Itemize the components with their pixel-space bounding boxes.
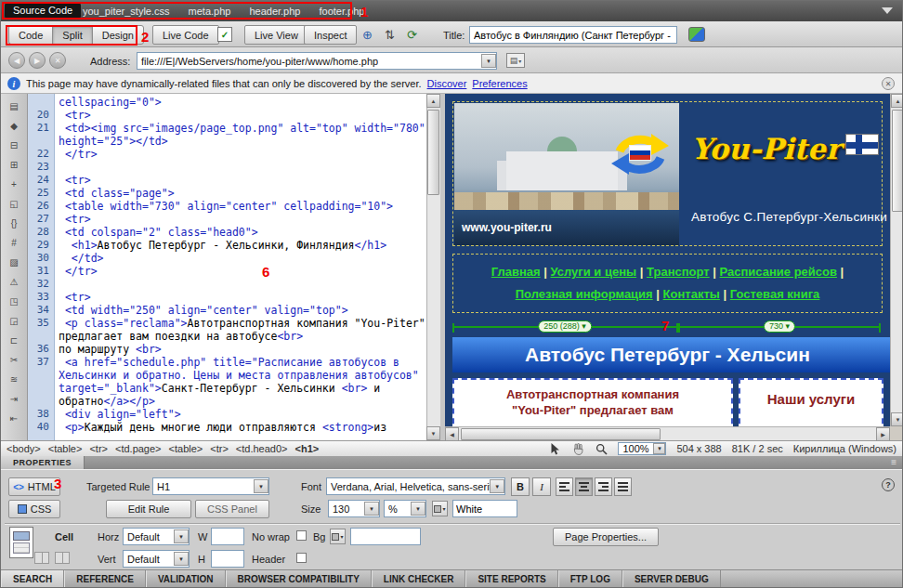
bold-button[interactable]: B <box>511 477 530 496</box>
address-input[interactable]: file:///E|/WebServers/home/you-piter/www… <box>137 52 497 70</box>
expand-all-icon[interactable]: + <box>6 176 22 191</box>
file-management-icon[interactable]: ⇅ <box>382 27 398 43</box>
code-line[interactable]: 30 </td> <box>28 252 426 265</box>
html-mode-button[interactable]: <> HTML <box>8 477 60 496</box>
code-line[interactable]: 21 <td><img src="images/page_top.png" al… <box>28 122 426 148</box>
code-line[interactable]: 33 <tr> <box>28 291 426 304</box>
panel-tab-ftp-log[interactable]: FTP LOG <box>558 570 622 588</box>
merge-cells-icon[interactable] <box>34 552 49 564</box>
scroll-up-icon[interactable]: ▲ <box>426 94 440 108</box>
align-right-button[interactable] <box>595 477 612 496</box>
collapse-selection-icon[interactable]: ⊞ <box>6 157 22 172</box>
split-cell-icon[interactable] <box>55 552 70 564</box>
forward-icon[interactable]: ▶ <box>29 52 46 69</box>
panel-tab-site-reports[interactable]: SITE REPORTS <box>465 570 557 588</box>
italic-button[interactable]: I <box>532 477 551 496</box>
horz-align-dropdown[interactable]: Default ▼ <box>123 528 190 545</box>
line-numbers-icon[interactable]: # <box>6 235 22 250</box>
live-view-button[interactable]: Live View <box>244 25 308 45</box>
design-vscroll-thumb[interactable] <box>892 110 903 212</box>
panel-tab-server-debug[interactable]: SERVER DEBUG <box>622 570 721 588</box>
code-line[interactable]: 34 <td width="250" align="center" valign… <box>28 304 426 317</box>
panel-tab-browser-compatibility[interactable]: BROWSER COMPATIBILITY <box>226 570 372 588</box>
scroll-up-icon[interactable]: ▲ <box>891 94 903 108</box>
properties-panel-tab[interactable]: PROPERTIES <box>1 456 85 469</box>
code-view[interactable]: cellspacing="0">20 <tr>21 <td><img src="… <box>28 94 440 440</box>
content-cell-right[interactable]: Наши услуги <box>739 378 883 426</box>
align-left-button[interactable] <box>556 477 573 496</box>
syntax-error-alerts-icon[interactable]: ⚠ <box>6 274 22 289</box>
code-line[interactable]: 40 <p>Каждый день многие люди отправляют… <box>28 421 426 434</box>
recent-snippets-icon[interactable]: ✂ <box>6 352 22 367</box>
refresh-design-view-icon[interactable]: ⟳ <box>404 27 420 43</box>
browserlab-icon[interactable] <box>688 27 705 42</box>
no-wrap-checkbox[interactable] <box>296 530 307 541</box>
site-nav-link[interactable]: Полезная информация <box>516 287 653 301</box>
text-color-input[interactable] <box>452 500 517 517</box>
dropdown-arrow-icon[interactable]: ▼ <box>653 443 665 454</box>
apply-comment-icon[interactable]: ◳ <box>6 294 22 308</box>
justify-button[interactable] <box>614 477 632 496</box>
tag-selector-item[interactable]: <h1> <box>295 443 320 454</box>
code-line[interactable]: cellspacing="0"> <box>28 96 426 109</box>
code-line[interactable]: 28 <td colspan="2" class="head0"> <box>28 226 426 239</box>
wrap-tag-icon[interactable]: ⊏ <box>6 333 22 347</box>
edit-rule-button[interactable]: Edit Rule <box>106 500 191 518</box>
code-line[interactable]: 24 <tr> <box>28 174 426 187</box>
dropdown-arrow-icon[interactable]: ▼ <box>364 502 379 516</box>
zoom-level-dropdown[interactable]: 100% ▼ <box>618 442 666 455</box>
tag-selector-item[interactable]: <tr> <box>89 443 108 454</box>
address-dropdown-icon[interactable]: ▼ <box>481 54 496 68</box>
dropdown-arrow-icon[interactable]: ▼ <box>411 502 425 516</box>
discover-link[interactable]: Discover <box>427 78 467 89</box>
design-horizontal-scrollbar[interactable]: ◀ ▶ <box>445 426 890 440</box>
code-line[interactable]: 38 <div align="left"> <box>28 408 426 421</box>
balance-braces-icon[interactable]: {} <box>6 216 22 230</box>
content-cell-left[interactable]: Автотранспортная компания "You-Piter" пр… <box>452 378 733 426</box>
panel-tab-validation[interactable]: VALIDATION <box>146 570 226 588</box>
document-title-input[interactable] <box>469 26 677 44</box>
code-line[interactable]: 27 <tr> <box>28 213 426 226</box>
hand-tool-icon[interactable] <box>571 442 584 455</box>
site-nav-link[interactable]: Главная <box>491 265 541 279</box>
dropdown-arrow-icon[interactable]: ▼ <box>490 479 504 493</box>
help-icon[interactable]: ? <box>882 478 895 491</box>
panel-tab-search[interactable]: SEARCH <box>1 570 64 588</box>
dropdown-arrow-icon[interactable]: ▼ <box>174 552 189 566</box>
select-parent-tag-icon[interactable]: ◱ <box>6 196 22 211</box>
code-vertical-scrollbar[interactable]: ▲ ▼ <box>426 94 440 440</box>
bg-color-input[interactable] <box>350 528 421 545</box>
code-line[interactable]: 25 <td class="page"> <box>28 187 426 200</box>
site-nav-link[interactable]: Транспорт <box>647 265 710 279</box>
zoom-tool-icon[interactable] <box>595 442 608 455</box>
code-line[interactable]: 36по маршруту <br> <box>28 343 426 356</box>
code-line[interactable]: 26 <table width="730" align="center" cel… <box>28 200 426 213</box>
dropdown-arrow-icon[interactable]: ▼ <box>174 529 189 543</box>
remove-comment-icon[interactable]: ◲ <box>6 313 22 328</box>
live-code-button[interactable]: Live Code <box>152 25 219 45</box>
font-dropdown[interactable]: Verdana, Arial, Helvetica, sans-serif ▼ <box>326 477 505 495</box>
dropdown-arrow-icon[interactable]: ▼ <box>254 479 268 493</box>
code-line[interactable]: 35 <p class="reclama">Автотранспортная к… <box>28 317 426 343</box>
bg-color-picker[interactable]: ▾ <box>330 529 346 544</box>
select-tool-icon[interactable] <box>548 442 561 455</box>
scroll-down-icon[interactable]: ▼ <box>426 426 440 440</box>
preview-in-browser-icon[interactable]: ⊕ <box>360 27 375 43</box>
highlight-invalid-code-icon[interactable]: ▨ <box>6 255 22 269</box>
code-navigator-icon[interactable]: ◆ <box>6 118 22 133</box>
design-vertical-scrollbar[interactable]: ▲ ▼ <box>890 94 903 426</box>
page-properties-button[interactable]: Page Properties... <box>553 528 659 546</box>
code-line[interactable]: 20 <tr> <box>28 109 426 122</box>
tag-selector-item[interactable]: <td.head0> <box>236 443 288 454</box>
code-line[interactable]: 37 <a href="schedule.php" title="Расписа… <box>28 356 426 408</box>
css-panel-button[interactable]: CSS Panel <box>195 500 269 518</box>
outdent-code-icon[interactable]: ⇤ <box>6 411 22 425</box>
css-mode-button[interactable]: CSS <box>8 500 60 518</box>
column-width-label[interactable]: 250 (288) ▾ <box>538 320 592 333</box>
page-h1-banner[interactable]: Автобус Петербург - Хельсин <box>452 337 890 372</box>
cell-height-input[interactable] <box>211 550 244 568</box>
code-line[interactable]: 22 </tr> <box>28 148 426 161</box>
scroll-down-icon[interactable]: ▼ <box>891 412 903 426</box>
tag-selector-item[interactable]: <table> <box>48 443 83 454</box>
code-line[interactable]: 29 <h1>Автобус Петербург - Хельсинки, Фи… <box>28 239 426 252</box>
